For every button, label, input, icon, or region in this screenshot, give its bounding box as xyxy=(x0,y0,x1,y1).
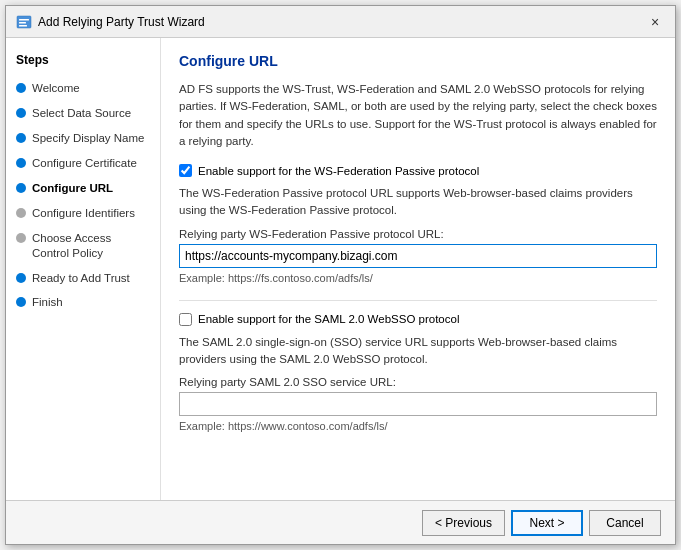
ws-federation-desc: The WS-Federation Passive protocol URL s… xyxy=(179,185,657,220)
ws-federation-field-label: Relying party WS-Federation Passive prot… xyxy=(179,228,657,240)
next-button[interactable]: Next > xyxy=(511,510,583,536)
sidebar-label-welcome: Welcome xyxy=(32,81,80,96)
section-ws-federation: Enable support for the WS-Federation Pas… xyxy=(179,164,657,284)
sidebar-item-identifiers[interactable]: Configure Identifiers xyxy=(16,204,150,223)
title-bar-label: Add Relying Party Trust Wizard xyxy=(38,15,205,29)
ws-federation-checkbox[interactable] xyxy=(179,164,192,177)
sidebar-label-access-control: Choose Access Control Policy xyxy=(32,231,150,261)
sidebar-item-display-name[interactable]: Specify Display Name xyxy=(16,129,150,148)
dot-identifiers xyxy=(16,208,26,218)
dot-display-name xyxy=(16,133,26,143)
ws-federation-url-input[interactable] xyxy=(179,244,657,268)
sidebar-label-ready: Ready to Add Trust xyxy=(32,271,130,286)
sidebar-label-certificate: Configure Certificate xyxy=(32,156,137,171)
svg-rect-3 xyxy=(19,25,27,27)
sidebar-item-finish[interactable]: Finish xyxy=(16,293,150,312)
saml-checkbox-label[interactable]: Enable support for the SAML 2.0 WebSSO p… xyxy=(198,313,459,325)
sidebar: Steps Welcome Select Data Source Specify… xyxy=(6,38,161,500)
saml-field-label: Relying party SAML 2.0 SSO service URL: xyxy=(179,376,657,388)
sidebar-heading: Steps xyxy=(16,53,150,67)
section-saml: Enable support for the SAML 2.0 WebSSO p… xyxy=(179,313,657,433)
dot-certificate xyxy=(16,158,26,168)
saml-checkbox[interactable] xyxy=(179,313,192,326)
dot-finish xyxy=(16,297,26,307)
dot-configure-url xyxy=(16,183,26,193)
svg-rect-1 xyxy=(19,19,29,21)
dot-select-data xyxy=(16,108,26,118)
footer: < Previous Next > Cancel xyxy=(6,500,675,544)
close-button[interactable]: × xyxy=(645,12,665,32)
intro-text: AD FS supports the WS-Trust, WS-Federati… xyxy=(179,81,657,150)
sidebar-label-select-data: Select Data Source xyxy=(32,106,131,121)
sidebar-label-configure-url: Configure URL xyxy=(32,181,113,196)
ws-federation-example: Example: https://fs.contoso.com/adfs/ls/ xyxy=(179,272,657,284)
sidebar-item-select-data[interactable]: Select Data Source xyxy=(16,104,150,123)
title-bar: Add Relying Party Trust Wizard × xyxy=(6,6,675,38)
wizard-icon xyxy=(16,14,32,30)
saml-url-input[interactable] xyxy=(179,392,657,416)
title-bar-content: Add Relying Party Trust Wizard xyxy=(16,14,205,30)
sidebar-label-display-name: Specify Display Name xyxy=(32,131,144,146)
ws-federation-checkbox-row: Enable support for the WS-Federation Pas… xyxy=(179,164,657,177)
sidebar-item-ready[interactable]: Ready to Add Trust xyxy=(16,269,150,288)
section-divider xyxy=(179,300,657,301)
cancel-button[interactable]: Cancel xyxy=(589,510,661,536)
sidebar-item-welcome[interactable]: Welcome xyxy=(16,79,150,98)
page-title: Configure URL xyxy=(179,53,657,69)
saml-desc: The SAML 2.0 single-sign-on (SSO) servic… xyxy=(179,334,657,369)
dot-ready xyxy=(16,273,26,283)
dot-access-control xyxy=(16,233,26,243)
main-content: Configure URL AD FS supports the WS-Trus… xyxy=(161,38,675,500)
dialog-window: Add Relying Party Trust Wizard × Steps W… xyxy=(5,5,676,545)
saml-checkbox-row: Enable support for the SAML 2.0 WebSSO p… xyxy=(179,313,657,326)
sidebar-item-certificate[interactable]: Configure Certificate xyxy=(16,154,150,173)
sidebar-item-access-control[interactable]: Choose Access Control Policy xyxy=(16,229,150,263)
svg-rect-2 xyxy=(19,22,26,24)
previous-button[interactable]: < Previous xyxy=(422,510,505,536)
saml-example: Example: https://www.contoso.com/adfs/ls… xyxy=(179,420,657,432)
sidebar-item-configure-url[interactable]: Configure URL xyxy=(16,179,150,198)
dialog-body: Steps Welcome Select Data Source Specify… xyxy=(6,38,675,500)
dot-welcome xyxy=(16,83,26,93)
sidebar-label-identifiers: Configure Identifiers xyxy=(32,206,135,221)
sidebar-label-finish: Finish xyxy=(32,295,63,310)
ws-federation-checkbox-label[interactable]: Enable support for the WS-Federation Pas… xyxy=(198,165,479,177)
